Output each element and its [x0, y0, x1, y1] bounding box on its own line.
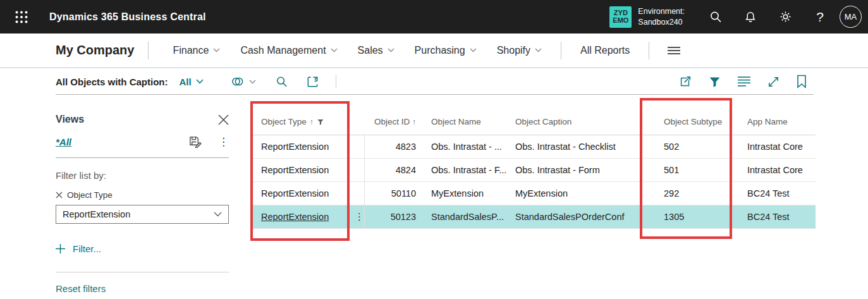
settings-gear-icon[interactable]	[777, 9, 793, 25]
search-icon[interactable]	[707, 9, 724, 25]
reset-filters-button[interactable]: Reset filters	[56, 283, 229, 294]
objects-table: Object Type ↑ Object ID ↑ Object Name Ob…	[253, 95, 816, 229]
toolbar-separator	[336, 75, 336, 88]
user-avatar[interactable]: MA	[840, 6, 862, 28]
add-filter-button[interactable]: Filter...	[56, 243, 229, 254]
nav-item-label: Shopify	[497, 45, 530, 56]
chevron-down-icon	[214, 212, 222, 217]
help-icon[interactable]: ?	[812, 9, 828, 25]
nav-divider	[561, 42, 561, 59]
nav-item-all-reports[interactable]: All Reports	[570, 45, 640, 56]
object-caption-cell: StandardSalesPOrderConf	[515, 212, 663, 222]
object-id-cell: 50123	[365, 212, 416, 222]
filter-value-select[interactable]: ReportExtension	[56, 205, 229, 224]
nav-divider	[148, 42, 149, 59]
app-name-cell: Intrastat Core	[747, 165, 816, 175]
environment-badge-line2: EMO	[613, 17, 628, 25]
app-name-cell: Intrastat Core	[747, 142, 816, 152]
column-header-object-name[interactable]: Object Name	[416, 117, 515, 126]
views-panel-title: Views	[56, 114, 84, 125]
object-name-cell: Obs. Intrastat - ...	[416, 142, 515, 152]
chevron-down-icon	[249, 80, 256, 84]
nav-item-shopify[interactable]: Shopify	[487, 45, 552, 56]
table-header-row: Object Type ↑ Object ID ↑ Object Name Ob…	[253, 95, 816, 135]
app-launcher-icon[interactable]	[9, 4, 34, 30]
environment-info: Environment: Sandbox240	[638, 6, 685, 28]
plus-icon	[56, 244, 65, 253]
notifications-bell-icon[interactable]	[742, 9, 759, 25]
nav-more-menu-icon[interactable]	[658, 46, 690, 55]
object-name-cell: MyExtension	[416, 188, 515, 198]
environment-label: Environment:	[638, 6, 685, 17]
scope-dropdown[interactable]: All	[180, 76, 204, 87]
top-app-bar: Dynamics 365 Business Central ZYD EMO En…	[0, 0, 868, 34]
object-subtype-cell: 502	[663, 142, 747, 152]
choose-columns-icon[interactable]	[737, 76, 751, 87]
add-filter-label: Filter...	[73, 243, 101, 254]
app-name-cell: BC24 Test	[747, 188, 816, 198]
nav-divider	[649, 42, 649, 59]
nav-item-purchasing[interactable]: Purchasing	[405, 45, 487, 56]
avatar-initials: MA	[845, 12, 857, 21]
filter-toggle-icon[interactable]	[708, 75, 721, 88]
app-name-cell: BC24 Test	[747, 212, 816, 222]
nav-item-label: Sales	[358, 45, 383, 56]
nav-item-sales[interactable]: Sales	[348, 45, 405, 56]
page-caption: All Objects with Caption:	[56, 76, 168, 87]
expand-fullscreen-icon[interactable]	[767, 75, 780, 88]
chevron-down-icon	[331, 48, 338, 52]
column-header-object-subtype[interactable]: Object Subtype	[663, 117, 747, 126]
filter-list-label: Filter list by:	[56, 170, 229, 181]
nav-item-label: Finance	[173, 45, 209, 56]
nav-item-label: Purchasing	[415, 45, 465, 56]
object-name-cell: StandardSalesP...	[416, 212, 515, 222]
table-row[interactable]: ReportExtension 50110 MyExtension MyExte…	[253, 182, 816, 205]
column-header-object-caption[interactable]: Object Caption	[515, 117, 663, 126]
object-name-cell: Obs. Intrastat - F...	[416, 165, 515, 175]
table-row[interactable]: ReportExtension 4824 Obs. Intrastat - F.…	[253, 159, 816, 182]
nav-item-finance[interactable]: Finance	[162, 45, 230, 56]
list-toolbar: All Objects with Caption: All	[0, 68, 868, 95]
save-view-icon[interactable]	[188, 135, 202, 148]
object-type-link[interactable]: ReportExtension	[261, 212, 329, 222]
environment-badge-line1: ZYD	[614, 9, 628, 17]
chevron-down-icon	[535, 48, 542, 52]
scope-value: All	[180, 76, 192, 87]
object-id-cell: 50110	[365, 188, 416, 198]
bookmark-icon[interactable]	[796, 75, 807, 88]
object-caption-cell: Obs. Intrastat - Form	[515, 165, 663, 175]
table-row[interactable]: ReportExtension 4823 Obs. Intrastat - ..…	[253, 135, 816, 159]
table-row-selected[interactable]: ReportExtension ⋮ 50123 StandardSalesP..…	[253, 205, 816, 229]
chevron-down-icon	[388, 48, 394, 52]
business-central-window: Dynamics 365 Business Central ZYD EMO En…	[0, 0, 868, 299]
share-icon[interactable]	[678, 75, 692, 88]
views-panel: Views *All ⋮	[56, 114, 229, 294]
view-more-options-icon[interactable]: ⋮	[218, 137, 229, 147]
views-divider	[56, 157, 229, 158]
environment-badge[interactable]: ZYD EMO	[609, 6, 632, 28]
object-id-cell: 4823	[365, 142, 416, 152]
search-list-icon[interactable]	[275, 75, 288, 88]
company-name-link[interactable]: My Company	[56, 43, 134, 58]
chevron-down-icon	[213, 48, 220, 52]
analysis-mode-icon[interactable]	[306, 75, 319, 88]
filter-value: ReportExtension	[63, 209, 130, 219]
nav-item-label: Cash Management	[240, 45, 326, 56]
object-subtype-cell: 1305	[663, 212, 747, 222]
column-header-object-type[interactable]: Object Type ↑	[253, 117, 365, 126]
column-header-app-name[interactable]: App Name	[747, 117, 816, 126]
app-title: Dynamics 365 Business Central	[49, 11, 206, 23]
object-type-link[interactable]: ReportExtension	[261, 188, 329, 198]
remove-filter-icon[interactable]	[56, 192, 63, 198]
object-subtype-cell: 292	[663, 188, 747, 198]
object-id-cell: 4824	[365, 165, 416, 175]
sort-ascending-icon: ↑	[310, 118, 314, 126]
nav-item-cash-management[interactable]: Cash Management	[230, 45, 347, 56]
views-options-button[interactable]	[230, 75, 256, 88]
object-type-link[interactable]: ReportExtension	[261, 142, 329, 152]
column-header-object-id[interactable]: Object ID ↑	[365, 117, 416, 126]
object-type-link[interactable]: ReportExtension	[261, 165, 329, 175]
row-context-menu-icon[interactable]: ⋮	[355, 211, 364, 223]
active-view-link[interactable]: *All	[56, 137, 71, 147]
close-views-icon[interactable]	[218, 114, 229, 125]
